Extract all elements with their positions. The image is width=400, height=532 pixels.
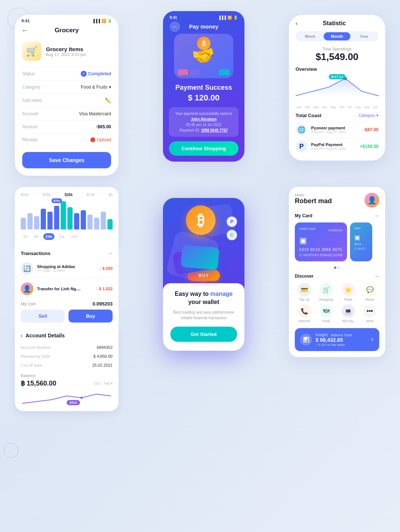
payment-id: 1898 5645 7767 <box>201 128 228 132</box>
bar-13 <box>101 212 106 229</box>
insight-change: ↑ 6.1% vs last week <box>316 343 367 347</box>
bitcoin-badge: ₿ <box>197 37 210 50</box>
my-card-header: My Card → <box>295 213 379 219</box>
status-bar: 9:41 ▐▐▐ 🛜 🔋 <box>15 15 119 24</box>
tab-24h[interactable]: 24h <box>43 233 55 240</box>
pay-illustration: 🤝 ₿ <box>174 32 233 80</box>
credit-card-1[interactable]: Debit Card Instabank ▣ 6319 8610 3866 80… <box>295 222 347 261</box>
discover-more[interactable]: ••• More <box>360 304 379 323</box>
grocery-icon: 🛒 <box>22 42 41 61</box>
svg-point-1 <box>80 397 83 399</box>
bar-chart-card: $54k $35k $26k $13k $0 $26k <box>15 187 119 246</box>
overview-chart: $117.11 <box>296 74 379 104</box>
tab-month[interactable]: Month <box>324 32 351 40</box>
coin-row: My coin 0.095203 <box>21 297 113 310</box>
pay-back-button[interactable]: ← <box>170 22 180 32</box>
coin-value: 0.095203 <box>93 301 113 307</box>
upload-icon: 🔴 <box>90 137 96 142</box>
account-header: ‹ Account Details <box>21 332 113 338</box>
category-value[interactable]: Food & Fruits ▾ <box>81 85 111 90</box>
stat-back-button[interactable]: ‹ <box>296 20 297 27</box>
transactions-arrow[interactable]: → <box>107 250 113 256</box>
overview-label: Overview <box>296 66 379 72</box>
discover-shopping[interactable]: 🛒 Shopping <box>317 283 336 301</box>
top-up-icon: 💳 <box>298 283 311 296</box>
bar-9 <box>74 213 79 229</box>
bar-6: $26k <box>54 206 59 229</box>
discover-internet[interactable]: 📞 Internet <box>295 304 314 323</box>
tab-1w[interactable]: 1w <box>57 233 66 240</box>
balance-amount: ฿ 15,560.00 <box>21 379 56 387</box>
discover-bill-pay[interactable]: 💻 Bill Pay <box>339 304 357 323</box>
tab-year[interactable]: Year <box>350 32 377 40</box>
bar-5 <box>47 212 53 229</box>
insight-title: Insight Balance Track <box>316 333 367 337</box>
btc-bottom: Easy way to manage your wallet Best trad… <box>163 283 244 351</box>
credit-card-2[interactable]: Debit ▣ 6319 ... S. MOST... <box>350 222 372 261</box>
stat-title: Statistic <box>323 20 346 27</box>
account-field: Account Visa Mastercard <box>15 108 119 120</box>
pyoneer-icon: 🌐 <box>296 124 307 136</box>
save-button[interactable]: Save Changes <box>22 152 111 168</box>
back-button[interactable]: ← <box>21 27 28 34</box>
upload-button[interactable]: 🔴 Upload <box>90 137 111 142</box>
account-details-card: ‹ Account Details Account Number 6894352… <box>15 327 119 411</box>
discover-top-up[interactable]: 💳 Top Up <box>295 283 314 301</box>
edit-icon[interactable]: ✏️ <box>105 98 111 103</box>
chart-badge: $413 <box>67 400 80 405</box>
tab-6h[interactable]: 6h <box>32 233 41 240</box>
discover-ticket[interactable]: ⭐ Ticket <box>339 283 357 301</box>
status-completed: ✓ Completed <box>81 71 111 77</box>
grocery-item: 🛒 Grocery Items Aug 17, 2021 9:53 pm <box>15 38 119 67</box>
insight-close-button[interactable]: ✕ <box>370 337 374 342</box>
stat-header: ‹ Statistic <box>296 20 379 27</box>
chip-icon-2: ▣ <box>354 234 368 241</box>
period-tabs: Week Month Year <box>296 31 379 42</box>
my-card-arrow[interactable]: → <box>374 213 379 219</box>
amount-field: Amount -$65.00 <box>15 120 119 133</box>
bar-active <box>61 201 66 229</box>
user-header: Hello Robert mad 👤 <box>295 193 379 208</box>
grocery-title: Grocery <box>54 27 79 34</box>
check-icon: ✓ <box>81 71 87 77</box>
internet-icon: 📞 <box>298 304 311 318</box>
tab-1h[interactable]: 1h <box>21 233 30 240</box>
sell-button[interactable]: Sell <box>21 310 65 323</box>
tab-1m[interactable]: 1m <box>69 233 79 240</box>
tx-icon-2: 👤 <box>21 282 33 295</box>
status-field: Status ✓ Completed <box>15 67 119 80</box>
bar-3 <box>34 216 39 229</box>
bar-10 <box>81 210 86 229</box>
remaining-debt-field: Remaining Debt $ 4,850.00 <box>21 352 113 361</box>
continue-shopping-button[interactable]: Continue Shopping <box>169 141 239 156</box>
success-title: Payment Success <box>163 84 244 92</box>
buy-button[interactable]: Buy <box>69 310 113 323</box>
account-title: Account Details <box>26 333 65 338</box>
bill-pay-icon: 💻 <box>341 304 355 318</box>
discover-arrow[interactable]: → <box>374 273 379 279</box>
total-cost-label: Total Coast <box>296 113 321 118</box>
chart-tooltip: $117.11 <box>329 74 346 79</box>
mini-chart: $413 <box>21 390 113 405</box>
get-started-button[interactable]: Get Started <box>170 327 237 342</box>
cutoff-field: Cut-off date 25.02.2021 <box>21 361 113 370</box>
item-name: Grocery Items <box>46 46 86 52</box>
payment-amount: $ 120.00 <box>163 93 244 103</box>
bar-11 <box>87 215 93 229</box>
payment-item-1: 🌐 Pyoneer payment 9:09 AM • Aug 21, 2021… <box>296 122 379 138</box>
insight-bar[interactable]: 📊 Insight Balance Track $ 98,432.65 ↑ 6.… <box>295 328 379 351</box>
tx-amount-1: - $ 200 <box>100 266 113 271</box>
insight-amount: $ 98,432.65 <box>316 337 367 343</box>
account-back-button[interactable]: ‹ <box>21 332 23 338</box>
discover-food[interactable]: 🍽 Food <box>317 304 336 323</box>
notes-field: Add notes ✏️ <box>15 94 119 107</box>
tab-week[interactable]: Week <box>297 32 324 40</box>
credit-cards-row: Debit Card Instabank ▣ 6319 8610 3866 80… <box>295 222 379 261</box>
total-cost-header: Total Coast Category ▾ <box>296 113 379 118</box>
bar-tooltip: $26k <box>51 198 62 203</box>
transactions-title: Transactions <box>21 251 50 256</box>
payment-info-box: Your payment successfully send to John A… <box>169 107 239 137</box>
discover-movie[interactable]: 💬 Movie <box>360 283 379 301</box>
category-filter[interactable]: Category ▾ <box>359 113 379 118</box>
payment-item-2: P PayPal Payment 9:02 PM • Aug 20, 2021 … <box>296 138 379 155</box>
